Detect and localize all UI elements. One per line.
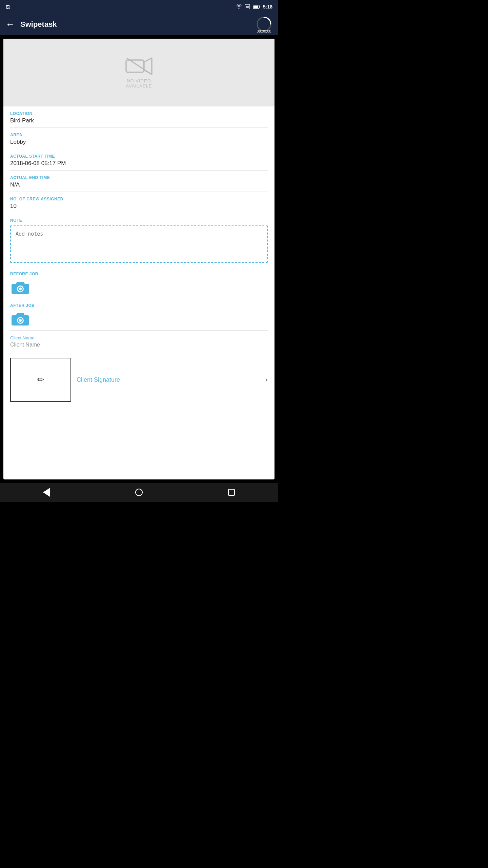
area-field: AREA Lobby — [10, 128, 268, 149]
area-label: AREA — [10, 133, 268, 137]
status-bar-left: 🖼 — [5, 4, 10, 9]
nav-home-icon — [135, 489, 143, 496]
camera-icon-after — [12, 312, 29, 326]
signature-section[interactable]: ✏ Client Signature › — [10, 352, 268, 407]
nav-back-button[interactable] — [36, 483, 57, 502]
actual-start-time-field: ACTUAL START TIME 2018-06-08 05:17 PM — [10, 149, 268, 171]
no-video-icon — [125, 57, 152, 76]
nav-bar — [0, 483, 278, 502]
after-job-section: AFTER JOB — [10, 299, 268, 331]
actual-end-time-label: ACTUAL END TIME — [10, 175, 268, 180]
wifi-icon — [236, 4, 242, 9]
location-field: LOCATION Bird Park — [10, 106, 268, 128]
before-job-section: BEFORE JOB — [10, 268, 268, 299]
crew-assigned-value: 10 — [10, 203, 268, 211]
sim-icon — [245, 4, 250, 9]
client-name-label: Client Name — [10, 335, 268, 340]
crew-assigned-field: NO. OF CREW ASSIGNED 10 — [10, 192, 268, 213]
form-content: LOCATION Bird Park AREA Lobby ACTUAL STA… — [3, 106, 274, 407]
battery-icon — [253, 5, 260, 9]
svg-rect-3 — [259, 6, 260, 8]
nav-recents-button[interactable] — [221, 483, 242, 502]
actual-end-time-field: ACTUAL END TIME N/A — [10, 171, 268, 192]
pencil-icon: ✏ — [37, 375, 44, 384]
timer-display: 08:00:00 — [256, 16, 272, 33]
after-job-camera-button[interactable] — [10, 311, 30, 328]
camera-icon-before — [12, 280, 29, 295]
chevron-right-icon: › — [265, 375, 268, 384]
signature-box[interactable]: ✏ — [10, 358, 71, 402]
status-bar-right: 5:18 — [236, 4, 272, 9]
app-bar: ← Swipetask 08:00:00 — [0, 14, 278, 35]
crew-assigned-label: NO. OF CREW ASSIGNED — [10, 197, 268, 201]
svg-point-11 — [19, 288, 22, 290]
timer-value: 08:00:00 — [257, 29, 271, 33]
actual-start-time-label: ACTUAL START TIME — [10, 154, 268, 159]
note-label: NOTE — [10, 218, 268, 223]
signature-label: Client Signature — [77, 376, 260, 383]
status-bar: 🖼 5:18 — [0, 0, 278, 14]
note-input[interactable] — [10, 225, 268, 263]
before-job-camera-button[interactable] — [10, 279, 30, 296]
actual-start-time-value: 2018-06-08 05:17 PM — [10, 160, 268, 168]
photo-icon: 🖼 — [5, 4, 10, 9]
client-name-section: Client Name Client Name — [10, 331, 268, 352]
client-name-value: Client Name — [10, 342, 268, 349]
svg-point-14 — [19, 319, 22, 322]
before-job-label: BEFORE JOB — [10, 272, 268, 276]
no-video-text: NO VIDEO AVAILABLE — [126, 78, 152, 88]
app-title: Swipetask — [20, 20, 250, 29]
nav-home-button[interactable] — [129, 483, 149, 502]
nav-back-icon — [43, 488, 50, 497]
main-card: NO VIDEO AVAILABLE LOCATION Bird Park AR… — [3, 39, 274, 479]
note-section: NOTE — [10, 213, 268, 268]
video-placeholder: NO VIDEO AVAILABLE — [3, 39, 274, 106]
actual-end-time-value: N/A — [10, 181, 268, 190]
status-time: 5:18 — [263, 4, 272, 9]
after-job-label: AFTER JOB — [10, 303, 268, 308]
location-value: Bird Park — [10, 117, 268, 125]
svg-rect-4 — [253, 6, 258, 8]
svg-rect-6 — [126, 60, 144, 72]
back-button[interactable]: ← — [5, 19, 15, 30]
svg-rect-1 — [246, 6, 249, 8]
nav-recents-icon — [228, 489, 235, 496]
location-label: LOCATION — [10, 111, 268, 116]
area-value: Lobby — [10, 139, 268, 147]
